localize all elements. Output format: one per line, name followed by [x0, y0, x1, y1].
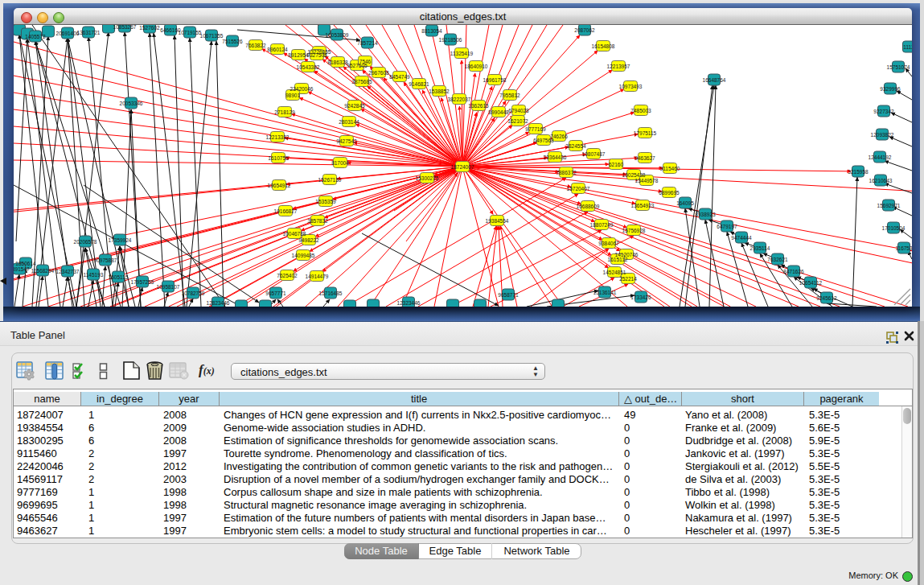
svg-text:8990448: 8990448 — [488, 109, 509, 115]
svg-text:18640910: 18640910 — [465, 64, 488, 69]
svg-text:3857832: 3857832 — [307, 218, 328, 224]
svg-text:20364436: 20364436 — [544, 154, 567, 160]
svg-text:16053809: 16053809 — [326, 32, 349, 38]
svg-text:2935114: 2935114 — [750, 245, 770, 251]
svg-text:2967608: 2967608 — [368, 70, 389, 76]
svg-text:116753: 116753 — [895, 245, 912, 251]
svg-text:23420046: 23420046 — [290, 86, 314, 92]
svg-text:9384067: 9384067 — [598, 241, 619, 246]
svg-text:19654912: 19654912 — [268, 183, 291, 188]
svg-text:7625402: 7625402 — [277, 273, 298, 278]
svg-text:7515526: 7515526 — [222, 39, 243, 44]
svg-text:6479197: 6479197 — [717, 224, 737, 229]
svg-text:19218506: 19218506 — [439, 37, 462, 43]
svg-text:17359924: 17359924 — [109, 237, 132, 243]
svg-text:1615112: 1615112 — [608, 257, 628, 262]
svg-text:10782759: 10782759 — [182, 290, 205, 296]
svg-text:10719155: 10719155 — [179, 30, 202, 35]
svg-text:1733426: 1733426 — [630, 295, 651, 300]
svg-text:10958107: 10958107 — [157, 284, 180, 290]
svg-text:16154808: 16154808 — [592, 43, 615, 49]
svg-text:9474444: 9474444 — [731, 235, 752, 241]
svg-text:16210643: 16210643 — [869, 178, 893, 183]
svg-text:10654112: 10654112 — [799, 280, 823, 286]
svg-text:17957255: 17957255 — [131, 279, 154, 285]
svg-text:20691406: 20691406 — [56, 31, 80, 36]
svg-text:10973493: 10973493 — [619, 84, 643, 89]
svg-text:17975115: 17975115 — [634, 130, 657, 136]
svg-text:164095: 164095 — [676, 200, 694, 206]
svg-text:2087062: 2087062 — [574, 27, 595, 33]
svg-text:62160: 62160 — [609, 162, 623, 167]
svg-text:17010504: 17010504 — [882, 225, 906, 231]
svg-text:15692971: 15692971 — [877, 203, 901, 208]
svg-text:1538852: 1538852 — [429, 89, 450, 94]
svg-text:1527602: 1527602 — [139, 25, 160, 31]
svg-text:7546: 7546 — [359, 59, 372, 64]
svg-text:10046788: 10046788 — [283, 231, 306, 237]
svg-text:12213957: 12213957 — [607, 64, 630, 69]
svg-text:15751074: 15751074 — [887, 64, 910, 70]
svg-text:8912954: 8912954 — [288, 52, 309, 58]
svg-text:1145193: 1145193 — [84, 272, 104, 278]
svg-text:9242845: 9242845 — [344, 103, 365, 109]
svg-text:9329996: 9329996 — [880, 86, 901, 92]
svg-text:1112: 1112 — [903, 44, 912, 50]
svg-text:90975887: 90975887 — [94, 257, 117, 263]
svg-text:12213382: 12213382 — [266, 134, 290, 140]
svg-text:9498222: 9498222 — [298, 237, 319, 243]
svg-text:1362615: 1362615 — [468, 103, 489, 109]
svg-text:11568294: 11568294 — [31, 268, 55, 274]
svg-text:13631721: 13631721 — [77, 30, 101, 35]
svg-text:10671355: 10671355 — [200, 33, 224, 39]
svg-text:1610755: 1610755 — [268, 155, 289, 161]
svg-text:1405572: 1405572 — [25, 34, 46, 39]
svg-text:15756928: 15756928 — [622, 228, 646, 233]
svg-text:1505115: 1505115 — [109, 274, 129, 280]
svg-text:9657771: 9657771 — [265, 290, 286, 296]
svg-text:8813054: 8813054 — [421, 28, 442, 34]
svg-text:2803144: 2803144 — [339, 119, 359, 125]
svg-text:15267130: 15267130 — [318, 177, 342, 183]
svg-text:9115460: 9115460 — [660, 166, 680, 171]
svg-text:817004: 817004 — [331, 160, 349, 166]
svg-text:1391547: 1391547 — [14, 266, 30, 272]
svg-text:10543382: 10543382 — [297, 64, 320, 70]
svg-text:7632621: 7632621 — [767, 257, 788, 262]
svg-text:9427542: 9427542 — [336, 138, 357, 144]
svg-text:3824554: 3824554 — [565, 143, 586, 149]
svg-text:3875685: 3875685 — [351, 79, 372, 84]
svg-text:12342737: 12342737 — [56, 269, 80, 274]
svg-text:19384554: 19384554 — [486, 218, 509, 224]
svg-text:16648764: 16648764 — [703, 77, 726, 83]
svg-text:20206578: 20206578 — [74, 239, 97, 245]
svg-text:18807249: 18807249 — [590, 222, 614, 228]
svg-text:1850614: 1850614 — [15, 261, 36, 266]
svg-text:8186328: 8186328 — [327, 60, 348, 65]
svg-text:1621072: 1621072 — [507, 118, 528, 124]
svg-text:10688609: 10688609 — [577, 204, 600, 209]
svg-text:19166827: 19166827 — [274, 208, 298, 214]
svg-text:14524851: 14524851 — [603, 270, 626, 275]
svg-text:20053346: 20053346 — [120, 101, 143, 106]
svg-text:10025438: 10025438 — [622, 172, 646, 178]
svg-text:7886372: 7886372 — [556, 170, 577, 175]
svg-text:16961758: 16961758 — [483, 77, 507, 83]
svg-text:8454749: 8454749 — [389, 74, 410, 80]
svg-text:13449578: 13449578 — [635, 178, 659, 183]
svg-text:7663822: 7663822 — [245, 43, 266, 48]
svg-text:7857214: 7857214 — [357, 40, 378, 46]
svg-text:9777169: 9777169 — [525, 126, 546, 132]
svg-text:9327505: 9327505 — [306, 52, 327, 58]
svg-text:8938923: 8938923 — [695, 212, 716, 217]
svg-text:98901: 98901 — [285, 93, 300, 98]
svg-text:252214: 252214 — [619, 276, 637, 282]
svg-text:38222037: 38222037 — [448, 97, 471, 102]
svg-text:9658771: 9658771 — [498, 292, 519, 298]
svg-text:8960124: 8960124 — [267, 47, 288, 52]
svg-text:12093822: 12093822 — [871, 132, 894, 138]
svg-text:13654923: 13654923 — [631, 203, 655, 208]
svg-text:12444192: 12444192 — [869, 154, 892, 160]
svg-text:12823446: 12823446 — [207, 300, 230, 306]
svg-text:14099485: 14099485 — [292, 253, 315, 258]
